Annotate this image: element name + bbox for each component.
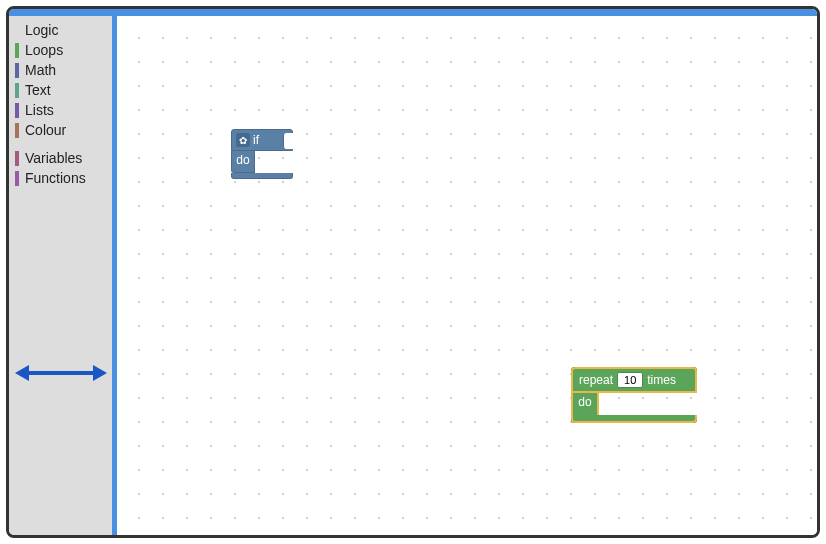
times-keyword: times <box>647 373 676 387</box>
repeat-block-arm: do <box>571 393 599 415</box>
if-block-arm: do <box>231 151 255 173</box>
toolbox-category-logic[interactable]: Logic <box>9 20 117 40</box>
toolbox-label: Loops <box>25 41 63 59</box>
repeat-block[interactable]: repeat 10 times do <box>571 367 697 423</box>
toolbox-label: Variables <box>25 149 82 167</box>
svg-marker-1 <box>15 365 29 381</box>
if-block-foot <box>231 173 293 179</box>
toolbox-label: Text <box>25 81 51 99</box>
gear-icon[interactable]: ✿ <box>236 133 250 147</box>
if-block[interactable]: ✿ if do <box>231 129 293 179</box>
toolbox-label: Lists <box>25 101 54 119</box>
if-block-body: do <box>231 151 293 173</box>
toolbox-label: Colour <box>25 121 66 139</box>
toolbox-label: Functions <box>25 169 86 187</box>
toolbox-label: Logic <box>25 21 58 39</box>
swatch-icon <box>15 23 19 38</box>
swatch-icon <box>15 43 19 58</box>
swatch-icon <box>15 123 19 138</box>
toolbox-category-variables[interactable]: Variables <box>9 148 117 168</box>
toolbox-label: Math <box>25 61 56 79</box>
workspace-canvas[interactable]: ✿ if do repeat 10 times <box>117 16 817 535</box>
resize-handle-icon[interactable] <box>15 359 107 387</box>
do-keyword: do <box>236 153 249 167</box>
repeat-count-input[interactable]: 10 <box>617 372 643 388</box>
repeat-block-header[interactable]: repeat 10 times <box>571 367 697 393</box>
value-input-notch[interactable] <box>283 133 293 149</box>
repeat-block-foot <box>571 415 697 423</box>
swatch-icon <box>15 83 19 98</box>
swatch-icon <box>15 63 19 78</box>
swatch-icon <box>15 103 19 118</box>
swatch-icon <box>15 151 19 166</box>
repeat-block-body: do <box>571 393 697 415</box>
if-keyword: if <box>253 133 259 147</box>
swatch-icon <box>15 171 19 186</box>
content-area: Logic Loops Math Text Lists Colour <box>9 16 817 535</box>
toolbox-separator <box>9 140 117 148</box>
if-block-header[interactable]: ✿ if <box>231 129 293 151</box>
toolbox-category-lists[interactable]: Lists <box>9 100 117 120</box>
toolbox-category-math[interactable]: Math <box>9 60 117 80</box>
toolbox-category-loops[interactable]: Loops <box>9 40 117 60</box>
svg-marker-2 <box>93 365 107 381</box>
top-bar <box>9 9 817 16</box>
toolbox-panel: Logic Loops Math Text Lists Colour <box>9 16 117 535</box>
repeat-keyword: repeat <box>579 373 613 387</box>
toolbox-category-colour[interactable]: Colour <box>9 120 117 140</box>
toolbox-category-functions[interactable]: Functions <box>9 168 117 188</box>
do-keyword: do <box>578 395 591 409</box>
app-frame: Logic Loops Math Text Lists Colour <box>6 6 820 538</box>
toolbox-category-text[interactable]: Text <box>9 80 117 100</box>
